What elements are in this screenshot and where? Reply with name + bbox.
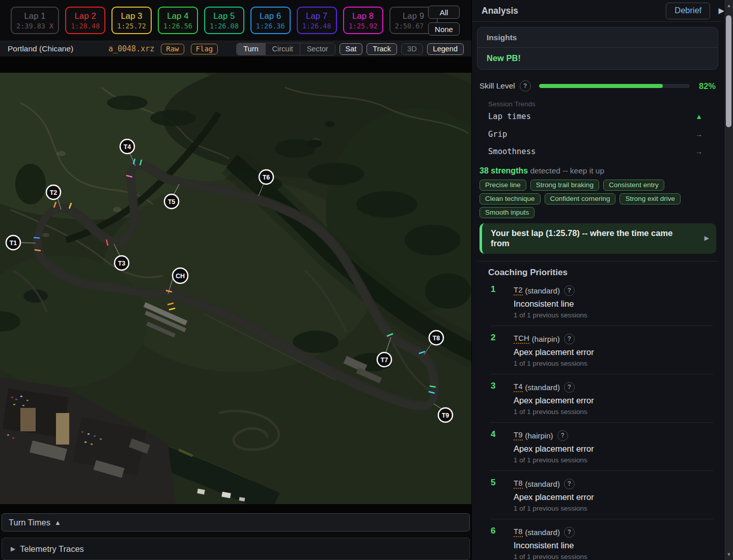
map-toolbar: Portland (Chicane) a_0048.xrz Raw Flag T…	[0, 41, 471, 57]
strength-chip[interactable]: Clean technique	[480, 193, 541, 204]
turn-marker-t9[interactable]: T9	[438, 408, 453, 422]
lap-time: 1:28.48	[71, 22, 100, 30]
scrollbar-up-icon[interactable]: ▲	[724, 3, 733, 8]
coaching-item-3[interactable]: 3 T4 (standard) ? Apex placement error 1…	[491, 374, 713, 423]
best-lap-callout[interactable]: Your best lap (1:25.78) -- where the tim…	[480, 223, 716, 254]
turn-times-panel-toggle[interactable]: Turn Times ▲	[2, 513, 470, 532]
trend-row-smoothness[interactable]: Smoothness →	[488, 143, 702, 161]
lap-8-button[interactable]: Lap 8 1:25.92	[343, 7, 383, 34]
lap-label: Lap 7	[306, 11, 327, 21]
strength-chip[interactable]: Confident cornering	[545, 193, 616, 204]
strength-chip[interactable]: Strong trail braking	[530, 180, 599, 191]
lap-time: 1:25.92	[349, 22, 378, 30]
mode-sector-tab[interactable]: Sector	[300, 43, 335, 55]
strength-chip[interactable]: Consistent entry	[603, 180, 664, 191]
help-icon[interactable]: ?	[557, 430, 568, 441]
lap-time: 1:26.08	[210, 22, 239, 30]
3d-toggle-button[interactable]: 3D	[401, 43, 423, 55]
coaching-sessions: 1 of 1 previous sessions	[514, 553, 713, 560]
mode-turn-tab[interactable]: Turn	[237, 43, 265, 55]
help-icon[interactable]: ?	[564, 527, 575, 538]
turn-marker-t1[interactable]: T1	[6, 235, 20, 250]
coaching-item-6[interactable]: 6 T8 (standard) ? Inconsistent line 1 of…	[491, 519, 713, 560]
lap-label: Lap 9	[403, 11, 424, 21]
lap-2-button[interactable]: Lap 2 1:28.48	[65, 7, 105, 34]
coaching-item-4[interactable]: 4 T9 (hairpin) ? Apex placement error 1 …	[491, 423, 713, 471]
lap-3-button[interactable]: Lap 3 1:25.72	[111, 7, 152, 34]
turn-code: T8	[514, 479, 523, 489]
help-icon[interactable]: ?	[564, 334, 575, 344]
telemetry-traces-label: Telemetry Traces	[20, 544, 84, 554]
turn-type: (hairpin)	[532, 335, 560, 343]
analysis-panel-header: Analysis Debrief ▶	[472, 0, 733, 22]
turn-marker-t8[interactable]: T8	[429, 331, 443, 345]
turn-marker-t7[interactable]: T7	[377, 352, 391, 367]
lap-label: Lap 6	[260, 11, 281, 21]
svg-text:T1: T1	[10, 240, 17, 247]
coaching-item-title: T2 (standard) ?	[514, 285, 713, 296]
help-icon[interactable]: ?	[564, 479, 575, 489]
strength-chip[interactable]: Precise line	[480, 180, 526, 191]
legend-toggle-button[interactable]: Legend	[427, 43, 464, 55]
svg-text:T5: T5	[168, 198, 176, 205]
skill-level-label: Skill Level	[480, 81, 515, 91]
turn-type: (standard)	[525, 528, 560, 537]
lap-time: 1:26.56	[163, 22, 192, 30]
svg-text:T7: T7	[381, 357, 388, 364]
skill-progress-fill	[539, 84, 663, 88]
scrollbar-down-icon[interactable]: ▼	[724, 552, 733, 557]
select-all-laps-button[interactable]: All	[428, 6, 460, 19]
help-icon[interactable]: ?	[520, 80, 531, 92]
lap-6-button[interactable]: Lap 6 1:26.36	[250, 7, 291, 34]
help-icon[interactable]: ?	[564, 382, 575, 393]
trend-label: Lap times	[488, 112, 531, 121]
mode-circuit-tab[interactable]: Circuit	[266, 43, 300, 55]
turn-times-label: Turn Times	[9, 518, 50, 527]
lap-select-all-none: All None	[428, 6, 460, 36]
debrief-button[interactable]: Debrief	[666, 3, 710, 19]
strength-chip[interactable]: Strong exit drive	[619, 193, 681, 204]
lap-selector-bar: Lap 1 2:39.83 X Lap 2 1:28.48 Lap 3 1:25…	[0, 0, 471, 41]
lap-label: Lap 3	[121, 11, 142, 21]
trend-row-grip[interactable]: Grip →	[488, 126, 702, 143]
lap-label: Lap 5	[213, 11, 235, 21]
coaching-sessions: 1 of 1 previous sessions	[514, 360, 713, 367]
flag-button[interactable]: Flag	[191, 44, 218, 54]
select-no-laps-button[interactable]: None	[428, 22, 460, 36]
sat-toggle-button[interactable]: Sat	[340, 43, 363, 55]
lap-4-button[interactable]: Lap 4 1:26.56	[158, 7, 198, 34]
map-mode-segmented-control: Turn Circuit Sector	[236, 43, 335, 55]
coaching-item-title: T9 (hairpin) ?	[514, 430, 713, 441]
trend-flat-icon: →	[695, 148, 702, 156]
panel-scrollbar[interactable]: ▲ ▼	[724, 0, 733, 560]
lap-5-button[interactable]: Lap 5 1:26.08	[204, 7, 244, 34]
turn-marker-t4[interactable]: T4	[120, 139, 134, 154]
svg-text:T6: T6	[263, 174, 270, 181]
turn-marker-t5[interactable]: T5	[164, 194, 179, 209]
priority-rank: 4	[491, 429, 495, 439]
svg-text:T4: T4	[124, 143, 131, 151]
coaching-item-1[interactable]: 1 T2 (standard) ? Inconsistent line 1 of…	[491, 278, 713, 326]
turn-marker-t6[interactable]: T6	[259, 170, 273, 184]
turn-marker-ch[interactable]: CH	[173, 268, 188, 283]
scrollbar-thumb[interactable]	[726, 15, 731, 127]
track-toggle-button[interactable]: Track	[366, 43, 397, 55]
coaching-item-2[interactable]: 2 TCH (hairpin) ? Apex placement error 1…	[491, 326, 713, 374]
analysis-scroll-area[interactable]: Insights New PB! Skill Level ? 82% Sessi…	[472, 22, 724, 560]
turn-type: (hairpin)	[525, 431, 553, 440]
turn-marker-t2[interactable]: T2	[46, 185, 61, 199]
strengths-summary: 38 strengths detected -- keep it up	[480, 166, 718, 175]
turn-marker-t3[interactable]: T3	[115, 256, 129, 270]
telemetry-traces-panel-toggle[interactable]: ▶ Telemetry Traces	[2, 538, 470, 560]
trend-row-lap-times[interactable]: Lap times ▲	[488, 108, 702, 126]
best-lap-text: Your best lap (1:25.78) -- where the tim…	[491, 228, 687, 249]
lap-1-button[interactable]: Lap 1 2:39.83 X	[11, 7, 59, 34]
strength-chip[interactable]: Smooth inputs	[480, 207, 534, 218]
track-map[interactable]: T1 T2 T3 T4 T5 T6 CH T7 T8 T9	[0, 57, 471, 513]
session-trends-header: Session Trends	[488, 100, 718, 108]
svg-text:T3: T3	[118, 260, 126, 267]
raw-button[interactable]: Raw	[161, 44, 184, 54]
coaching-item-5[interactable]: 5 T8 (standard) ? Apex placement error 1…	[491, 471, 713, 519]
lap-7-button[interactable]: Lap 7 1:26.48	[297, 7, 337, 34]
help-icon[interactable]: ?	[564, 285, 575, 296]
